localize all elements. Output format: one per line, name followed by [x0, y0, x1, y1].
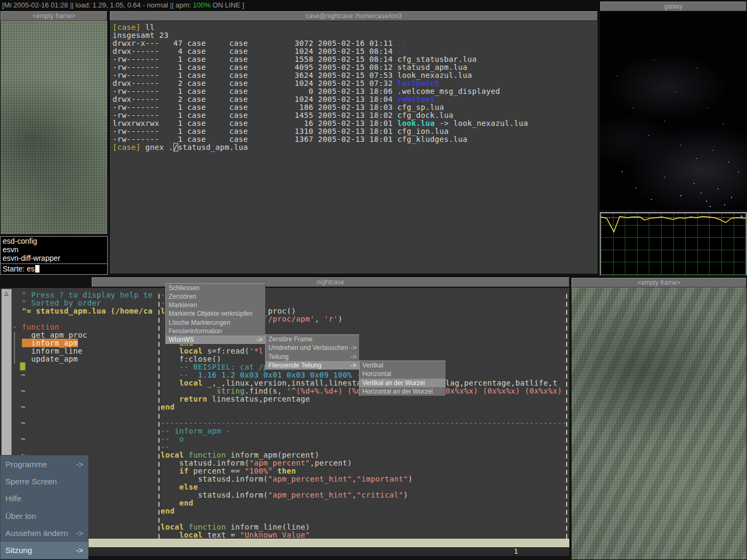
- code-line: statusd.inform("apm_percent_hint","criti…: [161, 491, 569, 499]
- code-line: else: [161, 483, 569, 491]
- menu-item-vertikal-an-der-wurzel[interactable]: Vertikal an der Wurzel: [360, 379, 446, 387]
- menu-item-l-sche-markierungen[interactable]: Lösche Markierungen: [166, 318, 265, 327]
- menu-item-schliessen[interactable]: Schliessen: [166, 284, 265, 292]
- menu-item-umdrehen-und-vertauschen[interactable]: Umdrehen und Vertauschen->: [266, 343, 359, 352]
- apm-percent: 100%: [193, 1, 211, 9]
- code-line: statusd.inform("apm_percent_hint","impor…: [161, 475, 569, 483]
- terminal-line: drwx------ 2 case case 1024 2005-02-15 0…: [113, 79, 598, 87]
- taglist-row[interactable]: "= statusd_apm.lua (/home/ca: [12, 307, 158, 315]
- scroll-percent-label: All: [142, 556, 155, 556]
- floating-split-submenu: VertikalHorizontalVertikal an der Wurzel…: [359, 361, 446, 396]
- menu-item-horizontal[interactable]: Horizontal: [360, 370, 446, 378]
- code-line: local function inform_line(line): [161, 523, 569, 531]
- terminal-line: insgesamt 23: [113, 31, 598, 39]
- empty-frame-background: [1, 21, 107, 234]
- monitor-graph: ^: [600, 212, 747, 276]
- menu-item-fliessende-teilung[interactable]: Fliessende Teilung->: [266, 361, 359, 370]
- galaxy-image: [600, 11, 746, 210]
- frame-title-label: <empty frame>: [33, 12, 76, 20]
- menu-item-sitzung[interactable]: Sitzung->: [1, 542, 88, 559]
- status-text-left: [Mi 2005-02-16 01:28 || load: 1.29, 1.05…: [2, 1, 193, 9]
- taglist-row[interactable]: " Sorted by order: [12, 299, 158, 307]
- pending-count: 1: [514, 547, 518, 556]
- menu-item-programme[interactable]: Programme->: [1, 455, 88, 473]
- completion-list: esd-configesvnesvn-diff-wrapper: [1, 237, 107, 262]
- frame-tab-nightcase[interactable]: nightcase: [92, 277, 569, 287]
- taglist-row[interactable]: | inform_line: [12, 347, 158, 355]
- frame-galaxy: galaxy: [600, 1, 747, 211]
- root-menu: Programme->Sperre ScreenHilfeÜber IonAus…: [0, 455, 89, 559]
- frame-terminal: case@nightcase /home/case/ion3 [case] ll…: [109, 11, 598, 274]
- code-line: statusd.inform("apm_percent",percent): [161, 459, 569, 467]
- menu-item-zerst-re-frame[interactable]: Zerstöre Frame: [266, 335, 359, 343]
- code-line: if percent == "100%" then: [161, 467, 569, 475]
- completion-item[interactable]: esd-config: [1, 237, 107, 245]
- vertical-split-separator[interactable]: [158, 291, 160, 539]
- completion-item[interactable]: esvn: [1, 245, 107, 254]
- frame-title-label: nightcase: [317, 278, 344, 286]
- code-line: local s=f:read('*l'): [161, 347, 569, 355]
- code-line: ----------------------------------------…: [161, 419, 569, 427]
- status-bar: [Mi 2005-02-16 01:28 || load: 1.29, 1.05…: [0, 0, 602, 10]
- graph-marker: ^: [740, 214, 743, 221]
- code-line: [161, 411, 569, 419]
- taglist-pane[interactable]: " Press ? to display help te " Sorted by…: [12, 291, 158, 363]
- code-line: local text = "Unknown Value": [161, 531, 569, 539]
- code-line: -- inform_apm -: [161, 427, 569, 435]
- taglist-row[interactable]: -function: [12, 323, 158, 331]
- frame-bottom-right: <empty frame>: [571, 276, 747, 560]
- frame-tab-terminal[interactable]: case@nightcase /home/case/ion3: [110, 11, 598, 21]
- terminal-line: [case] ll: [113, 23, 598, 31]
- taglist-row[interactable]: | inform_apm: [12, 339, 158, 347]
- window-context-menu: SchliessenZerstörenMarkierenMarkierte Ob…: [165, 283, 266, 345]
- terminal-line: -rw------- 1 case case 3624 2005-02-15 0…: [113, 71, 598, 79]
- taglist-row[interactable]: [12, 315, 158, 323]
- terminal-line: -rw------- 1 case case 4095 2005-02-15 0…: [113, 63, 598, 71]
- menu-item-sperre-screen[interactable]: Sperre Screen: [1, 473, 88, 490]
- wionws-submenu: Zerstöre FrameUmdrehen und Vertauschen->…: [265, 334, 360, 370]
- scroll-up-arrow[interactable]: △: [2, 289, 11, 298]
- code-line: --: [161, 443, 569, 451]
- status-text-right: ON LINE ]: [211, 1, 244, 9]
- frame-tab-galaxy[interactable]: galaxy: [600, 2, 746, 11]
- taglist-row[interactable]: " Press ? to display help te: [12, 291, 158, 299]
- taglist-row[interactable]: | get_apm_proc: [12, 331, 158, 339]
- graph-plot: [601, 213, 746, 275]
- taglist-row[interactable]: | update_apm: [12, 355, 158, 363]
- menu-item-teilung[interactable]: Teilung->: [266, 353, 359, 361]
- frame-tab-empty-top-left[interactable]: <empty frame>: [1, 11, 107, 21]
- code-line: [161, 515, 569, 523]
- menu-item-fensterinformation[interactable]: Fensterinformation: [166, 327, 265, 335]
- menu-item-aussehen-ndern[interactable]: Aussehen ändern->: [1, 524, 88, 541]
- text-cursor: [35, 265, 39, 273]
- run-prompt[interactable]: Starte: es: [1, 263, 107, 274]
- code-line: end: [161, 403, 569, 411]
- menu-item-horizontal-an-der-wurzel[interactable]: Horizontal an der Wurzel: [360, 387, 446, 396]
- menu-item-zerst-ren[interactable]: Zerstören: [166, 292, 265, 301]
- code-line: -- o: [161, 435, 569, 443]
- vim-cursor-block: [20, 362, 26, 371]
- frame-title-label: galaxy: [664, 3, 683, 10]
- frame-tab-empty-bottom-right[interactable]: <empty frame>: [571, 278, 746, 287]
- terminal-line: drwx------ 4 case case 1024 2005-02-15 0…: [113, 47, 598, 55]
- query-input-value: es: [27, 265, 35, 273]
- frame-title-label: <empty frame>: [638, 279, 681, 286]
- terminal-line: -rw------- 1 case case 1455 2005-02-13 1…: [113, 111, 598, 119]
- code-line: local function inform_apm(percent): [161, 451, 569, 459]
- completion-item[interactable]: esvn-diff-wrapper: [1, 254, 107, 262]
- empty-frame-background: [571, 287, 746, 559]
- menu-item-wionws[interactable]: WIonWS->: [166, 335, 265, 344]
- run-query-dialog: esd-configesvnesvn-diff-wrapper Starte: …: [0, 236, 108, 275]
- menu-item-hilfe[interactable]: Hilfe: [1, 490, 88, 507]
- frame-top-left: <empty frame>: [0, 11, 108, 235]
- terminal-line: -rw------- 1 case case 1558 2005-02-15 0…: [113, 55, 598, 63]
- menu-item--ber-ion[interactable]: Über Ion: [1, 507, 88, 524]
- terminal-line: [case] gnex ./statusd_apm.lua: [113, 143, 598, 151]
- menu-item-vertikal[interactable]: Vertikal: [360, 361, 446, 370]
- terminal-window[interactable]: [case] llinsgesamt 23drwxr-x--- 47 case …: [110, 21, 598, 274]
- terminal-line: -rw------- 1 case case 1310 2005-02-13 1…: [113, 127, 598, 135]
- terminal-line: -rw------- 1 case case 1367 2005-02-13 1…: [113, 135, 598, 143]
- terminal-line: drwxr-x--- 47 case case 3072 2005-02-16 …: [113, 39, 598, 47]
- menu-item-markierte-objekte-verkn-pfen[interactable]: Markierte Objekte verknüpfen: [166, 309, 265, 318]
- menu-item-markieren[interactable]: Markieren: [166, 301, 265, 309]
